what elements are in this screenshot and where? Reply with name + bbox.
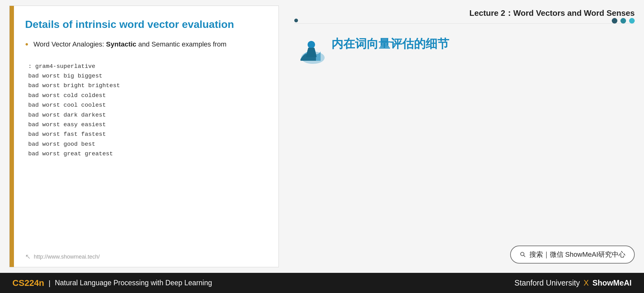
stanford-text: Stanford University bbox=[515, 278, 580, 287]
bottom-bar: CS224n | Natural Language Processing wit… bbox=[0, 273, 644, 293]
svg-point-1 bbox=[308, 41, 315, 48]
bullet-bold: Syntactic bbox=[106, 40, 136, 48]
footer-url: http://www.showmeai.tech/ bbox=[34, 254, 100, 260]
separator: | bbox=[49, 279, 50, 287]
x-text: X bbox=[584, 278, 589, 287]
code-line-8: bad worst good best bbox=[28, 140, 263, 149]
dot-light bbox=[629, 18, 635, 24]
course-code: CS224n bbox=[12, 278, 44, 288]
chinese-title-block: 内在词向量评估的细节 bbox=[331, 36, 449, 52]
slide-panel: Details of intrinsic word vector evaluat… bbox=[9, 6, 279, 267]
bottom-left: CS224n | Natural Language Processing wit… bbox=[12, 278, 212, 288]
dot-small-top bbox=[294, 19, 298, 22]
search-label: 搜索｜微信 ShowMeAI研究中心 bbox=[529, 250, 626, 259]
slide-title: Details of intrinsic word vector evaluat… bbox=[25, 18, 263, 30]
slide-footer: ↖ http://www.showmeai.tech/ bbox=[10, 246, 278, 267]
code-line-0: : gram4-superlative bbox=[28, 62, 263, 71]
cursor-icon: ↖ bbox=[25, 253, 31, 261]
code-line-7: bad worst fast fastest bbox=[28, 130, 263, 139]
bullet-text: Word Vector Analogies: Syntactic and Sem… bbox=[33, 40, 226, 49]
chinese-title: 内在词向量评估的细节 bbox=[331, 36, 449, 52]
dots-top-right bbox=[612, 18, 635, 24]
code-line-2: bad worst bright brightest bbox=[28, 81, 263, 91]
code-line-6: bad worst easy easiest bbox=[28, 120, 263, 130]
bullet-suffix: and Semantic examples from bbox=[136, 40, 226, 48]
showmeai-text: ShowMeAI bbox=[593, 278, 632, 287]
code-block: : gram4-superlative bad worst big bigges… bbox=[28, 62, 263, 159]
svg-point-2 bbox=[520, 252, 524, 256]
illustration bbox=[294, 36, 325, 64]
right-panel: Lecture 2：Word Vectors and Word Senses bbox=[279, 0, 644, 273]
slide-bullet: ● Word Vector Analogies: Syntactic and S… bbox=[25, 40, 263, 49]
search-box[interactable]: 搜索｜微信 ShowMeAI研究中心 bbox=[510, 246, 635, 264]
svg-line-3 bbox=[524, 255, 525, 257]
bullet-dot: ● bbox=[25, 41, 28, 47]
chinese-section: 内在词向量评估的细节 bbox=[294, 36, 635, 64]
bullet-prefix: Word Vector Analogies: bbox=[33, 40, 106, 48]
course-name: Natural Language Processing with Deep Le… bbox=[55, 279, 212, 287]
bottom-right: Stanford University X ShowMeAI bbox=[515, 278, 632, 287]
search-icon bbox=[519, 251, 526, 258]
code-line-3: bad worst cold coldest bbox=[28, 91, 263, 100]
code-line-4: bad worst cool coolest bbox=[28, 100, 263, 110]
lecture-header: Lecture 2：Word Vectors and Word Senses bbox=[294, 3, 635, 24]
slide-left-bar bbox=[10, 6, 14, 267]
dot-dark bbox=[612, 18, 617, 24]
code-line-5: bad worst dark darkest bbox=[28, 110, 263, 120]
code-line-9: bad worst great greatest bbox=[28, 149, 263, 159]
dot-medium bbox=[620, 18, 626, 24]
code-line-1: bad worst big biggest bbox=[28, 71, 263, 81]
